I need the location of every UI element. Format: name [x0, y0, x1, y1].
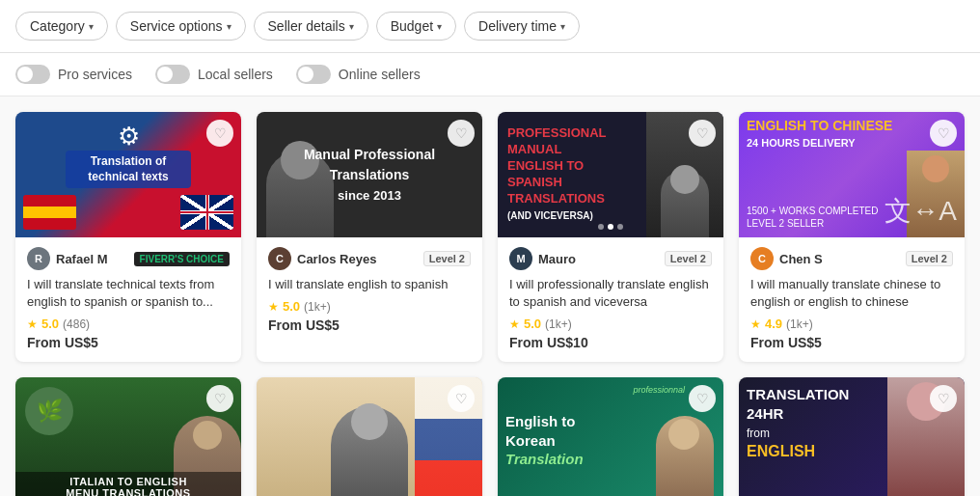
card-image-italian: 🌿 ITALIAN TO ENGLISHMENU TRANSLATIONS ♡ [15, 377, 241, 496]
seller-row-2: C Carlos Reyes Level 2 [268, 247, 471, 270]
card-image-korean: English toKoreanTranslation professionna… [498, 377, 723, 496]
pro-services-toggle-item: Pro services [15, 65, 132, 84]
rating-val-1: 5.0 [41, 317, 59, 331]
wishlist-btn-4[interactable]: ♡ [930, 120, 957, 147]
category-filter[interactable]: Category ▾ [15, 12, 108, 41]
avatar-1: R [27, 247, 50, 270]
seller-row-3: M Mauro Level 2 [509, 247, 712, 270]
online-sellers-toggle[interactable] [296, 65, 331, 84]
level-badge-4: Level 2 [906, 251, 953, 266]
seller-row-1: R Rafael M FIVERR'S CHOICE [27, 247, 230, 270]
avatar-3: M [509, 247, 532, 270]
rating-count-3: (1k+) [545, 317, 572, 331]
online-sellers-toggle-item: Online sellers [296, 65, 421, 84]
rating-row-3: ★ 5.0 (1k+) [509, 317, 712, 331]
filter-bar: Category ▾ Service options ▾ Seller deta… [0, 0, 980, 53]
star-icon-1: ★ [27, 317, 38, 331]
pro-services-toggle[interactable] [15, 65, 50, 84]
rating-row-2: ★ 5.0 (1k+) [268, 299, 471, 314]
card-24hr[interactable]: TRANSLATION24HRfromENGLISH ♡ S Seller 8 … [739, 377, 965, 496]
budget-chevron: ▾ [437, 21, 442, 32]
card-body-2: C Carlos Reyes Level 2 I will translate … [257, 237, 482, 344]
card-image-slovak: ♡ [257, 377, 482, 496]
local-sellers-toggle[interactable] [155, 65, 190, 84]
service-options-filter[interactable]: Service options ▾ [116, 12, 246, 41]
wishlist-btn-3[interactable]: ♡ [689, 120, 716, 147]
card-chinese[interactable]: ENGLISH TO CHINESE24 HOURS DELIVERY 1500… [739, 112, 965, 362]
service-options-chevron: ▾ [227, 21, 231, 32]
card-manual[interactable]: Manual ProfessionalTranslationssince 201… [257, 112, 482, 362]
seller-name-4: Chen S [779, 252, 823, 266]
card-korean[interactable]: English toKoreanTranslation professionna… [498, 377, 723, 496]
seller-info-4: C Chen S [750, 247, 823, 270]
card-desc-4: I will manually translate chinese to eng… [750, 276, 953, 311]
online-sellers-label: Online sellers [339, 67, 421, 82]
card-image-24hr: TRANSLATION24HRfromENGLISH ♡ [739, 377, 965, 496]
toggle-bar: Pro services Local sellers Online seller… [0, 53, 980, 96]
level-badge-2: Level 2 [423, 251, 471, 266]
dot-2 [608, 224, 613, 230]
cards-row-1: ⚙ Translation oftechnical texts [15, 112, 965, 362]
budget-filter[interactable]: Budget ▾ [376, 12, 456, 41]
rating-count-1: (486) [63, 317, 90, 331]
local-sellers-toggle-item: Local sellers [155, 65, 273, 84]
card-spanish[interactable]: PROFESSIONALMANUALENGLISH TOSPANISHTRANS… [498, 112, 723, 362]
dot-1 [598, 224, 604, 230]
card-image-chinese: ENGLISH TO CHINESE24 HOURS DELIVERY 1500… [739, 112, 965, 237]
category-chevron: ▾ [89, 21, 94, 32]
fiverrs-badge-1: FIVERR'S CHOICE [134, 252, 230, 266]
seller-details-filter[interactable]: Seller details ▾ [254, 12, 368, 41]
delivery-time-filter[interactable]: Delivery time ▾ [464, 12, 580, 41]
card-image-spanish: PROFESSIONALMANUALENGLISH TOSPANISHTRANS… [498, 112, 723, 237]
card-slovak[interactable]: ♡ S Seller 6 I will translate Slovak and… [257, 377, 482, 496]
card-desc-3: I will professionally translate english … [509, 276, 712, 311]
wishlist-btn-2[interactable]: ♡ [448, 120, 475, 147]
wishlist-btn-1[interactable]: ♡ [206, 120, 233, 147]
seller-info-3: M Mauro [509, 247, 576, 270]
budget-label: Budget [391, 18, 433, 34]
card-dots-3 [598, 224, 623, 230]
delivery-time-chevron: ▾ [560, 21, 565, 32]
star-icon-3: ★ [509, 317, 520, 331]
card-body-3: M Mauro Level 2 I will professionally tr… [498, 237, 723, 362]
card-body-1: R Rafael M FIVERR'S CHOICE I will transl… [15, 237, 241, 362]
delivery-time-label: Delivery time [478, 18, 557, 34]
category-label: Category [30, 18, 85, 34]
star-icon-4: ★ [750, 317, 761, 331]
service-options-label: Service options [130, 18, 223, 34]
level-badge-3: Level 2 [665, 251, 712, 266]
card-desc-1: I will translate technical texts from en… [27, 276, 230, 311]
price-2: From US$5 [268, 317, 471, 333]
rating-val-2: 5.0 [283, 299, 300, 314]
seller-details-chevron: ▾ [349, 21, 354, 32]
rating-val-3: 5.0 [524, 317, 541, 331]
rating-row-4: ★ 4.9 (1k+) [750, 317, 953, 331]
local-sellers-label: Local sellers [198, 67, 273, 82]
card-technical[interactable]: ⚙ Translation oftechnical texts [15, 112, 241, 362]
online-sellers-knob [298, 67, 313, 82]
dot-3 [617, 224, 623, 230]
rating-val-4: 4.9 [765, 317, 782, 331]
seller-name-3: Mauro [538, 252, 576, 266]
cards-row-2: 🌿 ITALIAN TO ENGLISHMENU TRANSLATIONS ♡ … [15, 377, 965, 496]
card-desc-2: I will translate english to spanish [268, 276, 471, 293]
card-italian[interactable]: 🌿 ITALIAN TO ENGLISHMENU TRANSLATIONS ♡ … [15, 377, 241, 496]
card-image-technical: ⚙ Translation oftechnical texts [15, 112, 241, 237]
rating-row-1: ★ 5.0 (486) [27, 317, 230, 331]
card-body-4: C Chen S Level 2 I will manually transla… [739, 237, 965, 362]
rating-count-4: (1k+) [786, 317, 813, 331]
seller-name-2: Carlos Reyes [297, 252, 376, 266]
cards-section: ⚙ Translation oftechnical texts [0, 96, 980, 496]
star-icon-2: ★ [268, 300, 279, 314]
rating-count-2: (1k+) [304, 300, 331, 314]
price-4: From US$5 [750, 335, 953, 350]
seller-name-1: Rafael M [56, 252, 107, 266]
seller-info-2: C Carlos Reyes [268, 247, 376, 270]
seller-row-4: C Chen S Level 2 [750, 247, 953, 270]
local-sellers-knob [157, 67, 173, 82]
pro-services-knob [17, 67, 33, 82]
price-3: From US$10 [509, 335, 712, 350]
avatar-4: C [750, 247, 774, 270]
card-image-manual: Manual ProfessionalTranslationssince 201… [257, 112, 482, 237]
avatar-2: C [268, 247, 291, 270]
